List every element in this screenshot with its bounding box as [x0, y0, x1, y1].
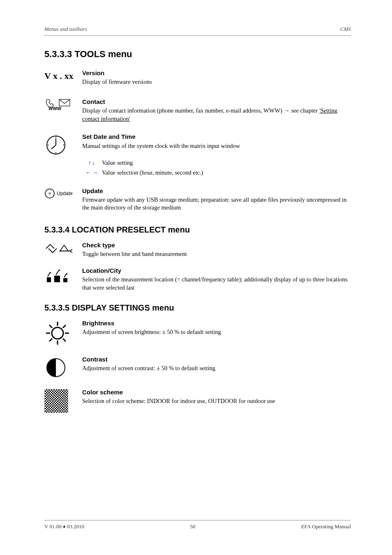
page: Menus and toolbars CMS 5.3.3.3 TOOLS men…	[0, 0, 392, 555]
entry-update: Update Update Firmware update with any U…	[44, 187, 351, 212]
entry-text: Display of contact information (phone nu…	[82, 107, 351, 123]
header-left: Menus and toolbars	[44, 25, 87, 33]
entry-contrast: Contrast Adjustment of screen contrast: …	[44, 355, 351, 379]
updown-arrow-icon: ↑↓	[82, 159, 102, 167]
header-rule	[44, 35, 351, 36]
header-right: CMS	[340, 25, 351, 33]
svg-line-22	[63, 339, 66, 341]
svg-point-9	[45, 189, 54, 198]
svg-point-5	[55, 137, 56, 138]
contact-icon: WWW	[44, 98, 82, 111]
svg-text:WWW: WWW	[48, 106, 62, 111]
entry-brightness: Brightness Adjustment of screen brightne…	[44, 319, 351, 346]
svg-line-4	[51, 145, 56, 149]
leftright-arrow-icon: ←→	[82, 169, 102, 177]
svg-point-16	[52, 327, 63, 339]
entry-title: Update	[82, 187, 351, 195]
chapter-title: 5.3.3.3 TOOLS menu	[44, 48, 351, 60]
contrast-icon	[44, 355, 82, 379]
entry-text: Toggle between line and band measurement	[82, 250, 351, 258]
svg-point-7	[48, 145, 48, 145]
checktype-icon	[44, 241, 82, 254]
svg-point-8	[63, 145, 64, 145]
entry-text: Adjustment of screen brightness: ± 50 % …	[82, 328, 351, 336]
city-icon	[44, 267, 82, 283]
entry-contact: WWW Contact Display of contact informati…	[44, 98, 351, 123]
datetime-sub-line-1: ↑↓ Value setting	[82, 159, 351, 167]
entry-location: Location/City Selection of the measureme…	[44, 267, 351, 292]
entry-checktype: Check type Toggle between line and band …	[44, 241, 351, 258]
entry-title: Version	[82, 69, 351, 77]
datetime-sub: ↑↓ Value setting ←→ Value selection (hou…	[82, 159, 351, 177]
entry-colorscheme: Color scheme Selection of color scheme: …	[44, 388, 351, 413]
entry-text: Display of firmware versions	[82, 78, 351, 86]
svg-line-24	[63, 325, 66, 328]
checker-icon	[44, 388, 82, 413]
entry-title: Check type	[82, 241, 351, 249]
update-icon: Update	[44, 187, 82, 199]
running-header: Menus and toolbars CMS	[44, 25, 351, 33]
datetime-sub-line-2: ←→ Value selection (hour, minute, second…	[82, 169, 351, 177]
entry-title: Location/City	[82, 267, 351, 275]
footer-right: EFA Operating Manual	[301, 523, 351, 530]
svg-rect-14	[54, 276, 60, 282]
entry-title: Contrast	[82, 355, 351, 364]
footer-page: 50	[190, 523, 195, 530]
svg-point-10	[49, 193, 51, 194]
entry-title: Set Date and Time	[82, 133, 351, 141]
svg-line-21	[49, 325, 52, 328]
svg-point-6	[55, 152, 56, 153]
svg-rect-15	[63, 278, 67, 282]
footer: V 01.00 ♦ 03.2010 50 EFA Operating Manua…	[44, 520, 351, 530]
entry-text: Firmware update with any USB storage med…	[82, 196, 351, 212]
entry-text: Selection of the measurement location (=…	[82, 276, 351, 292]
entry-text: Manual settings of the system clock with…	[82, 142, 351, 150]
entry-text: Selection of color scheme: INDOOR for in…	[82, 397, 351, 405]
entry-version: V x . xx Version Display of firmware ver…	[44, 69, 351, 86]
footer-left: V 01.00 ♦ 03.2010	[44, 523, 84, 530]
entry-title: Contact	[82, 98, 351, 106]
svg-line-23	[49, 339, 52, 341]
svg-rect-13	[47, 277, 51, 282]
clock-icon	[44, 133, 82, 157]
sun-icon	[44, 319, 82, 346]
section-location-preselect: 5.3.3.4 LOCATION PRESELECT menu	[44, 224, 351, 235]
svg-text:Update: Update	[57, 191, 73, 196]
version-icon: V x . xx	[44, 69, 82, 82]
footer-rule	[44, 520, 351, 520]
entry-text: Adjustment of screen contrast: ± 50 % to…	[82, 364, 351, 373]
entry-title: Brightness	[82, 319, 351, 327]
section-display-settings: 5.3.3.5 DISPLAY SETTINGS menu	[44, 302, 351, 313]
entry-title: Color scheme	[82, 388, 351, 396]
entry-datetime: Set Date and Time Manual settings of the…	[44, 133, 351, 157]
